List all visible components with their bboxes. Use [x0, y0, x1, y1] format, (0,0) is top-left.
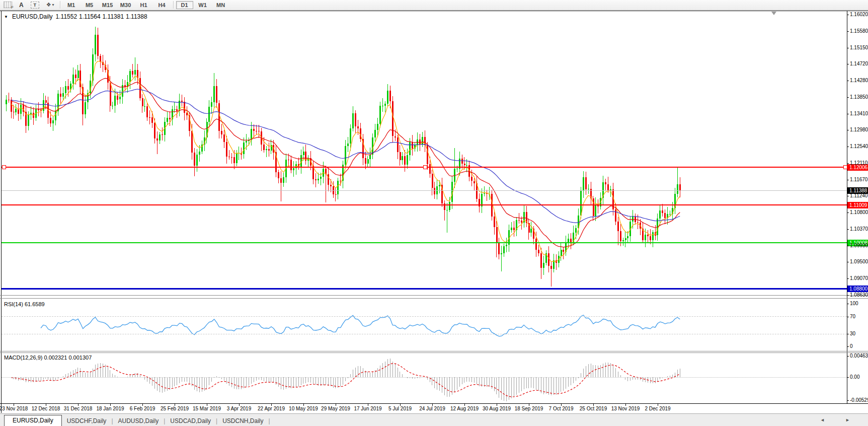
price-axis-label: 1.15580	[850, 28, 868, 34]
price-axis-label: 1.15150	[850, 45, 868, 51]
chart-tabs-bar: EURUSD,DailyUSDCHF,Daily|AUDUSD,Daily|US…	[0, 413, 868, 426]
chart-shift-marker-icon[interactable]	[771, 12, 776, 15]
date-axis-label: 23 Nov 2018	[0, 406, 28, 411]
price-axis-label: 1.08630	[850, 292, 868, 298]
price-tick	[847, 295, 849, 296]
price-tick	[847, 212, 849, 213]
rsi-axis-label: 100	[850, 301, 868, 307]
date-axis-label: 25 Feb 2019	[161, 406, 189, 411]
date-axis-label: 24 Jul 2019	[419, 406, 445, 411]
price-tick	[847, 278, 849, 279]
line-drag-handle[interactable]	[423, 165, 427, 169]
tabs-scroll-right-icon[interactable]: ►	[845, 417, 850, 422]
rsi-axis-label: 0	[850, 343, 868, 349]
date-axis-label: 6 Feb 2019	[130, 406, 155, 411]
price-axis-label: 1.14720	[850, 61, 868, 67]
rsi-tick	[847, 346, 849, 347]
price-axis-label: 1.12980	[850, 127, 868, 133]
date-axis-label: 29 May 2019	[321, 406, 350, 411]
price-tick	[847, 196, 849, 196]
price-badge-support-line-blue: 1.08800	[847, 286, 868, 292]
object-support-line-blue[interactable]	[2, 288, 847, 290]
chart-menu-arrow-icon[interactable]: ▼	[4, 15, 8, 19]
open-value: 1.11552	[56, 13, 77, 20]
tab-audusd[interactable]: AUDUSD,Daily	[113, 416, 164, 426]
trading-terminal-window: F A T ❖ ▾ M1M5M15M30H1H4 D1W1MN 1.120061…	[0, 0, 868, 426]
price-axis-label: 1.09500	[850, 259, 868, 265]
object-support-line-green[interactable]	[2, 242, 847, 243]
date-axis-label: 3 Apr 2019	[227, 406, 251, 411]
price-axis-label: 1.11670	[850, 177, 868, 183]
macd-tick	[847, 400, 849, 401]
symbol-period-label: EURUSD,Daily	[12, 13, 53, 20]
price-tick	[847, 229, 849, 230]
date-axis-label: 17 Jun 2019	[354, 406, 381, 411]
tab-separator: |	[268, 417, 270, 426]
price-tick	[847, 97, 849, 98]
date-axis-label: 18 Jan 2019	[96, 406, 124, 411]
rsi-tick	[847, 304, 849, 304]
price-tick	[847, 163, 849, 164]
date-axis-label: 25 Oct 2019	[580, 406, 607, 411]
price-tick	[847, 64, 849, 64]
price-axis-label: 1.09930	[850, 243, 868, 249]
rsi-tick	[847, 334, 849, 334]
price-tick	[847, 147, 849, 147]
price-tick	[847, 15, 849, 15]
date-axis-label: 5 Jul 2019	[388, 406, 412, 411]
price-tick	[847, 262, 849, 262]
price-tick	[847, 246, 849, 246]
macd-tick	[847, 377, 849, 378]
date-axis-label: 10 May 2019	[289, 406, 318, 411]
date-axis-label: 12 Dec 2018	[32, 406, 60, 411]
close-value: 1.11388	[126, 13, 147, 20]
date-axis-label: 15 Mar 2019	[193, 406, 221, 411]
macd-axis-label: 0.00	[850, 374, 868, 380]
price-axis-label: 1.12110	[850, 160, 868, 166]
date-axis-label: 7 Oct 2019	[549, 406, 574, 411]
rsi-level-30	[2, 334, 847, 334]
macd-zero-line	[2, 377, 847, 378]
chart-ohlc-header: ▼ EURUSD,Daily 1.11552 1.11564 1.11381 1…	[4, 13, 147, 20]
price-axis-label: 1.16020	[850, 12, 868, 18]
price-axis-label: 1.13850	[850, 94, 868, 100]
price-tick	[847, 114, 849, 114]
date-axis-label: 2 Dec 2019	[645, 406, 670, 411]
price-axis-label: 1.11240	[850, 193, 868, 199]
price-tick	[847, 31, 849, 32]
macd-axis-label: -0.005299	[850, 397, 868, 403]
price-tick	[847, 130, 849, 130]
rsi-label: RSI(14) 61.6589	[4, 301, 45, 307]
date-axis-label: 18 Sep 2019	[515, 406, 543, 411]
object-resistance-line-lower[interactable]	[2, 204, 847, 205]
tabs-scroll-left-icon[interactable]: ◄	[820, 417, 825, 422]
rsi-axis-label: 30	[850, 331, 868, 337]
price-tick	[847, 81, 849, 81]
price-chart-canvas[interactable]	[0, 0, 847, 413]
high-value: 1.11564	[79, 13, 101, 20]
price-axis-label: 1.09070	[850, 275, 868, 281]
macd-tick	[847, 356, 849, 357]
date-axis-label: 13 Nov 2019	[611, 406, 640, 411]
price-tick	[847, 180, 849, 180]
rsi-level-70	[2, 316, 847, 317]
object-bid-price-line[interactable]	[2, 190, 847, 191]
date-axis-label: 22 Apr 2019	[258, 406, 285, 411]
price-axis-label: 1.12540	[850, 144, 868, 150]
line-drag-handle[interactable]	[2, 165, 6, 169]
macd-label: MACD(12,26,9) 0.002321 0.001307	[4, 354, 92, 361]
low-value: 1.11381	[103, 13, 124, 20]
date-axis-label: 31 Dec 2018	[64, 406, 93, 411]
price-axis-label: 1.10370	[850, 226, 868, 232]
tab-usdchf[interactable]: USDCHF,Daily	[62, 416, 112, 426]
price-badge-resistance-line-lower: 1.11009	[847, 202, 868, 208]
tab-usdcad[interactable]: USDCAD,Daily	[165, 416, 216, 426]
tab-eurusd[interactable]: EURUSD,Daily	[4, 415, 62, 426]
price-axis-label: 1.10800	[850, 209, 868, 216]
tab-usdcnh[interactable]: USDCNH,Daily	[217, 416, 268, 426]
rsi-tick	[847, 317, 849, 317]
line-drag-handle[interactable]	[843, 165, 847, 169]
rsi-axis-label: 70	[850, 314, 868, 320]
price-tick	[847, 48, 849, 48]
macd-axis-label: 0.00463	[850, 353, 868, 359]
